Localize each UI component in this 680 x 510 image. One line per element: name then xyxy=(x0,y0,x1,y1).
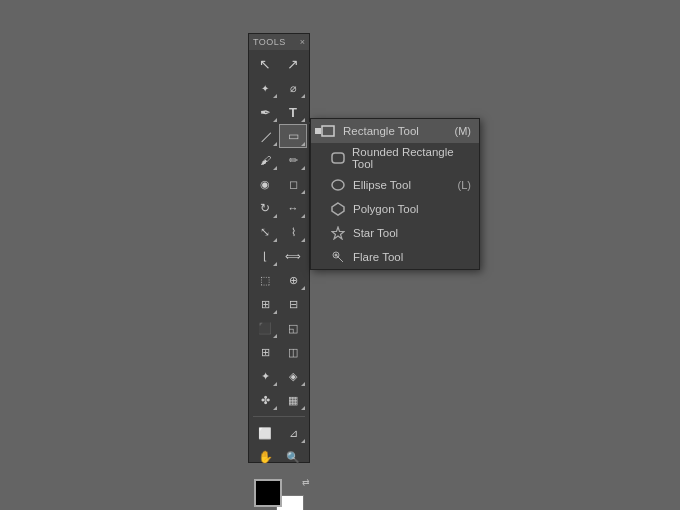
scale-icon: ⤡ xyxy=(260,225,270,239)
submenu-indicator xyxy=(273,334,277,338)
submenu-indicator xyxy=(273,142,277,146)
submenu-indicator xyxy=(301,286,305,290)
tool-eraser[interactable]: ◻ xyxy=(279,172,307,196)
dropdown-item-rounded-rectangle-tool[interactable]: Rounded Rectangle Tool xyxy=(311,143,479,173)
rectangle-tool-label: Rectangle Tool xyxy=(343,125,419,137)
rect-icon: ▭ xyxy=(288,129,299,143)
hand-icon: ✋ xyxy=(258,450,273,464)
ellipse-tool-label: Ellipse Tool xyxy=(353,179,411,191)
submenu-indicator xyxy=(273,166,277,170)
submenu-indicator xyxy=(301,118,305,122)
active-item-indicator xyxy=(315,128,321,134)
warp-icon: ⌊ xyxy=(263,250,267,263)
live-paint-sel-icon: ⊟ xyxy=(289,298,298,311)
rounded-rectangle-tool-label: Rounded Rectangle Tool xyxy=(352,146,471,170)
toolbar-panel: TOOLS × ↖ ↗ ✦ ⌀ ✒ T — xyxy=(248,33,310,463)
artboard-icon: ⬜ xyxy=(258,427,272,440)
tool-lasso[interactable]: ⌀ xyxy=(279,76,307,100)
submenu-indicator xyxy=(301,382,305,386)
tool-pen[interactable]: ✒ xyxy=(251,100,279,124)
blend-icon: ◈ xyxy=(289,370,297,383)
tool-reflect[interactable]: ↔ xyxy=(279,196,307,220)
dropdown-item-ellipse-tool[interactable]: Ellipse Tool (L) xyxy=(311,173,479,197)
toolbar-title: TOOLS xyxy=(253,37,286,47)
tool-grid: ↖ ↗ ✦ ⌀ ✒ T — ▭ xyxy=(249,50,309,414)
tool-perspective-sel[interactable]: ◱ xyxy=(279,316,307,340)
polygon-tool-icon xyxy=(329,200,347,218)
submenu-indicator xyxy=(301,406,305,410)
submenu-indicator xyxy=(273,214,277,218)
submenu-indicator xyxy=(273,238,277,242)
tool-line[interactable]: — xyxy=(251,124,279,148)
fg-bg-swatch: ↩ ⇄ xyxy=(252,477,306,510)
ellipse-tool-shortcut: (L) xyxy=(458,179,471,191)
submenu-indicator xyxy=(301,190,305,194)
tool-artboard[interactable]: ⬜ xyxy=(251,421,279,445)
symbol-spray-icon: ✤ xyxy=(261,394,270,407)
star-tool-label: Star Tool xyxy=(353,227,398,239)
tool-rotate[interactable]: ↻ xyxy=(251,196,279,220)
tool-zoom[interactable]: 🔍 xyxy=(279,445,307,469)
tool-type[interactable]: T xyxy=(279,100,307,124)
tool-graph[interactable]: ▦ xyxy=(279,388,307,412)
tool-blob-brush[interactable]: ◉ xyxy=(251,172,279,196)
live-paint-icon: ⊞ xyxy=(261,298,270,311)
submenu-indicator xyxy=(301,214,305,218)
svg-point-7 xyxy=(335,254,338,257)
rounded-rectangle-tool-icon xyxy=(329,149,346,167)
submenu-indicator xyxy=(273,310,277,314)
mesh-icon: ⊞ xyxy=(261,346,270,359)
shear-icon: ⌇ xyxy=(291,226,296,239)
free-transform-icon: ⬚ xyxy=(260,274,270,287)
submenu-indicator xyxy=(301,439,305,443)
direct-select-icon: ↗ xyxy=(287,56,299,72)
tool-live-paint[interactable]: ⊞ xyxy=(251,292,279,316)
swap-colors-button[interactable]: ⇄ xyxy=(302,477,310,487)
tool-select[interactable]: ↖ xyxy=(251,52,279,76)
tool-width[interactable]: ⟺ xyxy=(279,244,307,268)
select-icon: ↖ xyxy=(259,56,271,72)
ellipse-tool-icon xyxy=(329,176,347,194)
tool-perspective-grid[interactable]: ⬛ xyxy=(251,316,279,340)
tool-rect[interactable]: ▭ xyxy=(279,124,307,148)
submenu-indicator xyxy=(273,262,277,266)
flare-tool-label: Flare Tool xyxy=(353,251,403,263)
zoom-icon: 🔍 xyxy=(286,451,300,464)
tool-blend[interactable]: ◈ xyxy=(279,364,307,388)
tool-scale[interactable]: ⤡ xyxy=(251,220,279,244)
tool-brush[interactable]: 🖌 xyxy=(251,148,279,172)
tool-symbol-spray[interactable]: ✤ xyxy=(251,388,279,412)
pencil-icon: ✏ xyxy=(289,154,298,167)
tool-pencil[interactable]: ✏ xyxy=(279,148,307,172)
tool-live-paint-sel[interactable]: ⊟ xyxy=(279,292,307,316)
tool-magic-wand[interactable]: ✦ xyxy=(251,76,279,100)
color-swatch-area: ↩ ⇄ xyxy=(249,473,309,510)
tool-slice[interactable]: ⊿ xyxy=(279,421,307,445)
svg-rect-0 xyxy=(322,126,334,136)
dropdown-item-flare-tool[interactable]: Flare Tool xyxy=(311,245,479,269)
toolbar-divider xyxy=(253,416,305,417)
tool-free-transform[interactable]: ⬚ xyxy=(251,268,279,292)
tool-grid-bottom: ⬜ ⊿ ✋ 🔍 xyxy=(249,419,309,471)
tool-mesh[interactable]: ⊞ xyxy=(251,340,279,364)
foreground-color-swatch[interactable] xyxy=(254,479,282,507)
tool-warp[interactable]: ⌊ xyxy=(251,244,279,268)
dropdown-item-polygon-tool[interactable]: Polygon Tool xyxy=(311,197,479,221)
submenu-indicator xyxy=(273,382,277,386)
tool-gradient[interactable]: ◫ xyxy=(279,340,307,364)
tool-shape-builder[interactable]: ⊕ xyxy=(279,268,307,292)
dropdown-item-star-tool[interactable]: Star Tool xyxy=(311,221,479,245)
submenu-indicator xyxy=(301,94,305,98)
tool-shear[interactable]: ⌇ xyxy=(279,220,307,244)
submenu-indicator xyxy=(273,406,277,410)
type-icon: T xyxy=(289,105,297,120)
dropdown-item-rectangle-tool[interactable]: Rectangle Tool (M) xyxy=(311,119,479,143)
rectangle-tool-icon xyxy=(319,122,337,140)
submenu-indicator xyxy=(301,142,305,146)
toolbar-close-button[interactable]: × xyxy=(300,37,305,47)
tool-hand[interactable]: ✋ xyxy=(251,445,279,469)
svg-marker-3 xyxy=(332,203,344,215)
tool-eyedropper[interactable]: ✦ xyxy=(251,364,279,388)
magic-wand-icon: ✦ xyxy=(261,83,269,94)
tool-direct-select[interactable]: ↗ xyxy=(279,52,307,76)
